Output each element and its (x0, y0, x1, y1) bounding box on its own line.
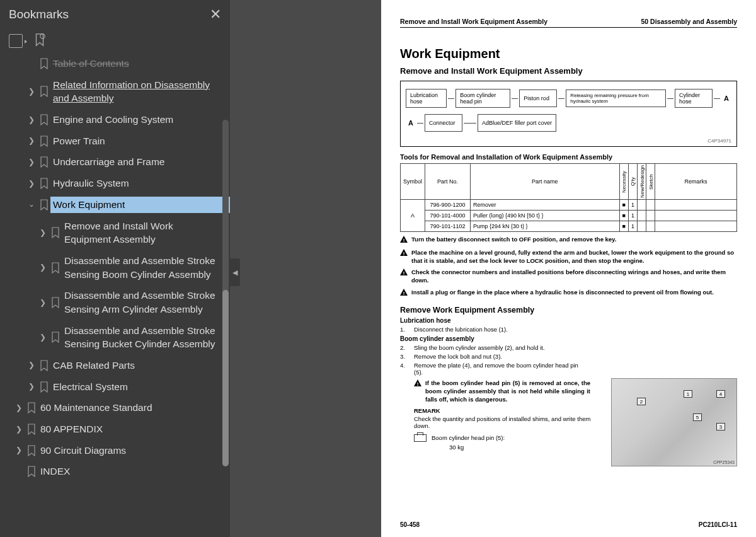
th-symbol: Symbol (401, 164, 425, 200)
chevron-icon[interactable]: ❯ (13, 445, 25, 456)
warning-icon: ! (400, 249, 408, 265)
chevron-icon[interactable]: ❯ (13, 424, 25, 435)
collapse-sidebar-icon[interactable]: ◀ (230, 258, 240, 286)
step: 2.Sling the boom cylinder assembly (2), … (400, 344, 737, 351)
bookmark-icon (49, 297, 62, 308)
diag-box: Piston rod (519, 90, 557, 107)
chevron-icon[interactable]: ❯ (25, 86, 38, 97)
bookmark-item[interactable]: ❯Power Train (0, 130, 230, 152)
bookmark-icon (38, 381, 50, 393)
bookmark-item[interactable]: INDEX (0, 461, 230, 482)
chevron-icon[interactable]: ❯ (13, 403, 25, 413)
warning-line: !Turn the battery disconnect switch to O… (400, 236, 737, 245)
photo-code: CPP25343 (713, 460, 735, 465)
page-title: Work Equipment (400, 47, 737, 61)
bookmark-label: CAB Related Parts (50, 357, 230, 374)
reference-photo: 2 1 4 5 3 CPP25343 (611, 378, 737, 466)
bookmark-label: Hydraulic System (50, 175, 230, 192)
bookmark-icon (38, 114, 50, 125)
sec2-title: Boom cylinder assembly (400, 335, 737, 342)
chevron-icon[interactable]: ❯ (37, 297, 49, 308)
diag-connector-a: A (721, 95, 731, 102)
step: 3.Remove the lock bolt and nut (3). (400, 353, 737, 360)
chevron-icon[interactable]: ⌄ (25, 199, 38, 210)
chevron-icon[interactable]: ❯ (25, 115, 38, 125)
bookmark-icon (38, 199, 50, 211)
diagram-code: C4P34971 (406, 138, 731, 144)
bookmark-item[interactable]: ⌄Work Equipment (0, 194, 230, 216)
sidebar-toolbar (0, 29, 230, 57)
bookmark-icon (38, 58, 50, 69)
bookmark-icon (49, 227, 62, 238)
bookmark-label: Table of Contents (50, 57, 230, 72)
bookmark-label: Electrical System (50, 379, 230, 395)
remark-text: Check the quantity and positions of inst… (414, 415, 597, 429)
footer-left: 50-458 (400, 521, 420, 528)
step: 4.Remove the plate (4), and remove the b… (400, 362, 737, 376)
bookmark-item[interactable]: ❯Undercarriage and Frame (0, 151, 230, 173)
bookmark-item[interactable]: Table of Contents (0, 57, 230, 74)
bookmark-tree: Table of Contents❯Related Information on… (0, 57, 230, 537)
bookmark-item[interactable]: ❯Hydraulic System (0, 173, 230, 194)
document-gutter: ◀ (230, 0, 381, 537)
bookmark-item[interactable]: ❯Disassemble and Assemble Stroke Sensing… (0, 320, 230, 355)
chevron-icon[interactable]: ❯ (25, 360, 38, 371)
close-icon[interactable]: ✕ (210, 6, 221, 23)
diag-box: Lubrication hose (406, 89, 447, 108)
header-left: Remove and Install Work Equipment Assemb… (400, 18, 547, 25)
bookmark-label: Undercarriage and Frame (50, 154, 230, 170)
table-row: A790-101-4000Puller (long) {490 kN {50 t… (401, 211, 737, 221)
scrollbar-thumb[interactable] (222, 290, 229, 466)
diag-box: AdBlue/DEF filler port cover (478, 114, 556, 132)
bookmark-item[interactable]: ❯Engine and Cooling System (0, 109, 230, 130)
chevron-icon[interactable]: ❯ (37, 228, 49, 238)
th-partno: Part No. (425, 164, 471, 200)
document-page: Remove and Install Work Equipment Assemb… (381, 0, 756, 537)
bookmark-tool-icon[interactable] (33, 33, 47, 49)
chevron-icon[interactable]: ❯ (25, 136, 38, 146)
bookmark-item[interactable]: ❯CAB Related Parts (0, 355, 230, 376)
chevron-icon[interactable]: ❯ (25, 178, 38, 189)
th-sketch: Sketch (646, 164, 655, 200)
chevron-icon[interactable]: ❯ (37, 332, 49, 343)
bookmark-icon (49, 332, 62, 343)
options-icon[interactable] (9, 34, 23, 48)
table-row: 790-101-1102Pump {294 kN {30 t} }■1 (401, 221, 737, 232)
header-right: 50 Disassembly and Assembly (641, 18, 737, 25)
bookmark-icon (38, 156, 50, 168)
th-partname: Part name (471, 164, 620, 200)
page-subtitle: Remove and Install Work Equipment Assemb… (400, 66, 737, 76)
svg-text:!: ! (403, 238, 405, 243)
step: 1.Disconnect the lubrication hose (1). (400, 326, 737, 333)
diag-connector-a: A (406, 119, 416, 127)
th-remarks: Remarks (655, 164, 737, 200)
bookmark-item[interactable]: ❯80 APPENDIX (0, 419, 230, 440)
bookmark-icon (25, 445, 38, 456)
th-necessity: Necessity (619, 164, 628, 200)
bookmark-item[interactable]: ❯90 Circuit Diagrams (0, 440, 230, 461)
bookmark-label: Related Information on Disassembly and A… (50, 77, 230, 107)
chevron-icon[interactable]: ❯ (37, 262, 49, 273)
sidebar-title: Bookmarks (9, 8, 69, 21)
bookmark-item[interactable]: ❯Related Information on Disassembly and … (0, 74, 230, 109)
bookmark-label: Disassemble and Assemble Stroke Sensing … (62, 287, 230, 317)
tools-heading: Tools for Removal and Installation of Wo… (400, 153, 737, 161)
remove-heading: Remove Work Equipment Assembly (400, 306, 737, 315)
chevron-icon[interactable]: ❯ (25, 381, 38, 392)
bookmark-icon (38, 360, 50, 371)
bookmark-item[interactable]: ❯Remove and Install Work Equipment Assem… (0, 216, 230, 250)
bookmark-icon (25, 402, 38, 413)
svg-text:!: ! (417, 381, 419, 386)
bookmark-item[interactable]: ❯Disassemble and Assemble Stroke Sensing… (0, 285, 230, 320)
bookmark-icon (25, 424, 38, 435)
bookmark-item[interactable]: ❯Disassemble and Assemble Stroke Sensing… (0, 250, 230, 285)
bookmark-item[interactable]: ❯Electrical System (0, 376, 230, 398)
bookmark-icon (38, 178, 50, 189)
svg-text:!: ! (403, 250, 405, 256)
warning-line: !Install a plug or flange in the place w… (400, 289, 737, 298)
chevron-icon[interactable]: ❯ (25, 157, 38, 168)
bookmark-item[interactable]: ❯60 Maintenance Standard (0, 397, 230, 419)
svg-text:!: ! (403, 270, 405, 276)
bookmark-label: 90 Circuit Diagrams (38, 442, 230, 459)
page-footer: 50-458 PC210LCI-11 (400, 521, 737, 528)
